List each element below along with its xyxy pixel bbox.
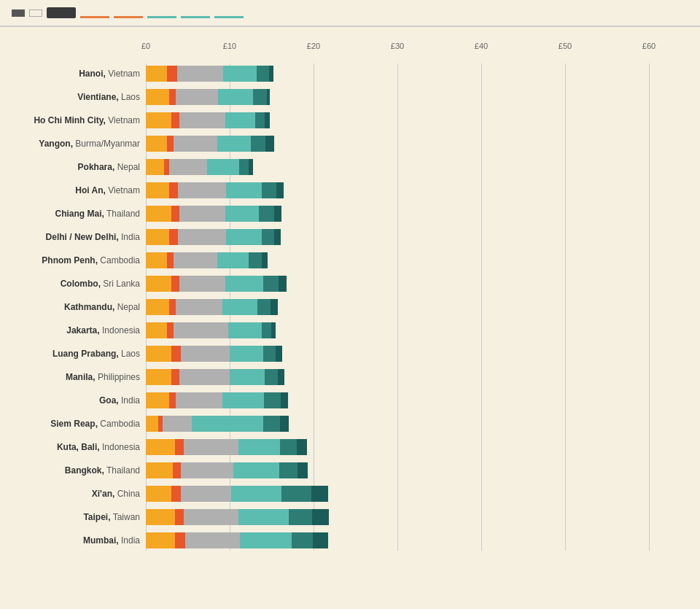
bar-segment xyxy=(192,416,263,432)
table-row: Kathmandu, Nepal xyxy=(0,297,700,317)
table-row: Luang Prabang, Laos xyxy=(0,344,700,364)
bar-segment xyxy=(217,252,249,268)
city-name: Yangon, xyxy=(39,139,73,149)
city-name: Pokhara, xyxy=(78,162,115,172)
tab-transport[interactable] xyxy=(114,7,143,18)
bar-segment xyxy=(253,89,266,105)
bar-segment xyxy=(146,462,173,478)
table-row: Colombo, Sri Lanka xyxy=(0,274,700,294)
table-row: Pokhara, Nepal xyxy=(0,157,700,177)
bar-segment xyxy=(222,392,265,408)
table-row: Hoi An, Vietnam xyxy=(0,180,700,201)
country-name: Vietnam xyxy=(106,115,140,125)
city-label: Bangkok, Thailand xyxy=(0,465,146,476)
country-name: Philippines xyxy=(96,372,140,382)
bar-segment xyxy=(169,182,178,198)
bar-container xyxy=(146,439,307,455)
axis-labels: £0£10£20£30£40£50£60 xyxy=(146,42,700,59)
table-row: Vientiane, Laos xyxy=(0,87,700,107)
bar-container xyxy=(146,322,276,338)
bar-segment xyxy=(265,112,270,128)
bar-container xyxy=(146,392,288,408)
city-name: Ho Chi Minh City, xyxy=(34,115,105,125)
bar-segment xyxy=(179,369,230,385)
bar-segment xyxy=(174,136,217,152)
table-row: Chiang Mai, Thailand xyxy=(0,203,700,224)
tab-attractions[interactable] xyxy=(214,7,244,18)
country-name: Burma/Myanmar xyxy=(73,139,140,149)
table-row: Jakarta, Indonesia xyxy=(0,320,700,341)
bar-container xyxy=(146,89,270,105)
bar-segment xyxy=(178,182,227,198)
chart-rows-wrapper: Hanoi, VietnamVientiane, LaosHo Chi Minh… xyxy=(0,63,700,551)
bar-segment xyxy=(146,66,167,82)
bar-segment xyxy=(263,346,276,362)
bar-segment xyxy=(146,299,169,315)
bar-segment xyxy=(262,229,274,245)
bar-segment xyxy=(178,229,227,245)
bar-segment xyxy=(274,206,281,222)
bar-container xyxy=(146,416,289,432)
bar-segment xyxy=(181,462,233,478)
gbp-button[interactable] xyxy=(12,9,25,17)
axis-tick-10: £10 xyxy=(223,42,236,50)
bar-segment xyxy=(171,486,182,502)
country-name: India xyxy=(119,395,140,406)
table-row: Goa, India xyxy=(0,390,700,411)
bar-segment xyxy=(313,532,328,548)
bar-segment xyxy=(225,112,254,128)
bar-container xyxy=(146,486,328,502)
bar-segment xyxy=(146,322,167,338)
city-name: Kathmandu, xyxy=(64,302,114,312)
country-name: Thailand xyxy=(104,209,140,219)
usd-button[interactable] xyxy=(29,9,42,17)
city-name: Luang Prabang, xyxy=(52,349,119,359)
bar-segment xyxy=(267,89,271,105)
bar-segment xyxy=(271,299,277,315)
bar-segment xyxy=(263,416,280,432)
bar-segment xyxy=(281,486,311,502)
bar-segment xyxy=(171,206,180,222)
tab-accommodation[interactable] xyxy=(80,7,109,18)
city-label: Kuta, Bali, Indonesia xyxy=(0,442,146,452)
tab-overall[interactable] xyxy=(47,7,76,18)
bar-segment xyxy=(184,509,238,525)
bar-container xyxy=(146,276,287,292)
bar-segment xyxy=(312,509,329,525)
bar-segment xyxy=(185,532,240,548)
city-name: Manila, xyxy=(66,372,96,382)
bar-segment xyxy=(240,532,292,548)
bar-segment xyxy=(271,322,276,338)
header xyxy=(0,0,700,27)
bar-segment xyxy=(146,252,167,268)
bar-segment xyxy=(276,346,282,362)
table-row: Delhi / New Delhi, India xyxy=(0,227,700,247)
city-name: Jakarta, xyxy=(66,325,99,335)
table-row: Siem Reap, Cambodia xyxy=(0,414,700,434)
city-name: Kuta, Bali, xyxy=(57,442,100,452)
bar-segment xyxy=(173,462,182,478)
city-label: Hoi An, Vietnam xyxy=(0,185,146,195)
bar-segment xyxy=(176,392,222,408)
bar-segment xyxy=(255,112,265,128)
bar-segment xyxy=(251,136,266,152)
bar-segment xyxy=(249,159,253,175)
bar-segment xyxy=(276,182,283,198)
bar-container xyxy=(146,252,268,268)
city-label: Taipei, Taiwan xyxy=(0,512,146,522)
bar-segment xyxy=(298,462,308,478)
tab-drinks[interactable] xyxy=(181,7,210,18)
bar-segment xyxy=(279,276,287,292)
bar-segment xyxy=(176,299,222,315)
bar-segment xyxy=(265,136,274,152)
bar-segment xyxy=(225,206,259,222)
bar-segment xyxy=(163,416,192,432)
bar-segment xyxy=(289,509,312,525)
tab-meals[interactable] xyxy=(147,7,176,18)
bar-segment xyxy=(238,439,281,455)
city-label: Vientiane, Laos xyxy=(0,92,146,102)
bar-segment xyxy=(146,182,169,198)
bar-segment xyxy=(167,252,174,268)
chart-container: £0£10£20£30£40£50£60 Hanoi, VietnamVient… xyxy=(0,27,700,568)
axis-tick-20: £20 xyxy=(307,42,320,50)
